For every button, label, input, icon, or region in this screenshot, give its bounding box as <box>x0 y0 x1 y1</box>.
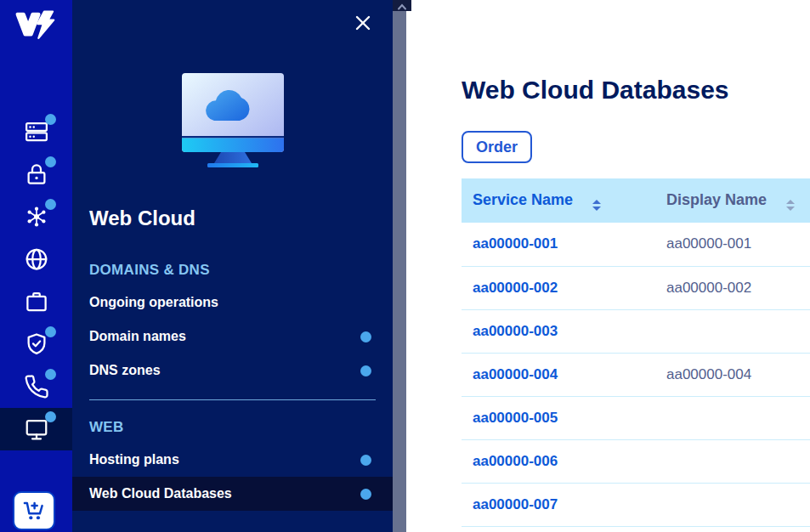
monitor-icon <box>24 416 49 442</box>
table-row: aa00000-003 <box>462 309 810 353</box>
drawer-menu-item[interactable]: Web Cloud Databases <box>72 477 393 511</box>
rail-item-business[interactable] <box>0 280 72 323</box>
notification-dot <box>45 411 56 422</box>
ovhcloud-logo-icon[interactable] <box>11 7 60 44</box>
display-name-cell <box>655 439 810 483</box>
column-header-display-name[interactable]: Display Name <box>655 178 810 223</box>
scroll-up-button[interactable] <box>393 0 411 11</box>
table-row: aa00000-001 aa00000-001 <box>462 223 810 266</box>
rail-item-security[interactable] <box>0 153 72 195</box>
sort-arrows-icon[interactable] <box>592 200 601 211</box>
table-row: aa00000-005 <box>462 396 810 439</box>
service-name-link[interactable]: aa00000-002 <box>473 280 558 296</box>
menu-item-label: Web Cloud Databases <box>89 486 232 501</box>
notification-dot <box>360 365 371 376</box>
section-label-web: WEB <box>72 412 393 443</box>
menu-item-label: Domain names <box>89 329 186 344</box>
section-domains-dns-items: Ongoing operations Domain names DNS zone… <box>72 286 393 388</box>
display-name-cell: aa00000-004 <box>655 353 810 396</box>
menu-item-label: DNS zones <box>89 363 161 378</box>
service-name-link[interactable]: aa00000-005 <box>473 410 558 426</box>
menu-item-label: Ongoing operations <box>89 295 218 310</box>
services-table: Service Name Display Name aa00000-001 aa… <box>462 178 810 527</box>
display-name-cell: aa00000-001 <box>655 223 810 266</box>
notification-dot <box>360 331 371 342</box>
briefcase-icon <box>24 289 49 314</box>
sort-arrows-icon[interactable] <box>786 200 795 211</box>
notification-dot <box>45 156 56 167</box>
sidebar-rail <box>0 0 72 532</box>
notification-dot <box>45 326 56 337</box>
page-title: Web Cloud Databases <box>462 75 810 105</box>
globe-icon <box>24 246 49 272</box>
table-body: aa00000-001 aa00000-001 aa00000-002 aa00… <box>462 223 810 526</box>
rail-item-network[interactable] <box>0 195 72 238</box>
drawer-menu-item[interactable]: Ongoing operations <box>72 286 393 320</box>
rail-item-web-cloud[interactable] <box>0 408 72 450</box>
table-row: aa00000-006 <box>462 439 810 483</box>
billing-services-icon <box>24 119 49 144</box>
service-name-link[interactable]: aa00000-007 <box>473 496 558 512</box>
phone-icon <box>24 374 49 399</box>
rail-item-telecom[interactable] <box>0 365 72 408</box>
service-name-link[interactable]: aa00000-004 <box>473 366 558 382</box>
cart-button[interactable] <box>13 491 55 530</box>
web-cloud-monitor-illustration <box>168 73 297 168</box>
display-name-cell <box>655 483 810 526</box>
close-button[interactable] <box>352 13 374 35</box>
rail-icon-list <box>0 110 72 450</box>
table-row: aa00000-007 <box>462 483 810 526</box>
table-row: aa00000-004 aa00000-004 <box>462 353 810 396</box>
cart-plus-icon <box>20 497 48 525</box>
display-name-cell: aa00000-002 <box>655 266 810 309</box>
drawer-scrollbar <box>393 0 411 532</box>
display-name-cell <box>655 309 810 353</box>
order-button[interactable]: Order <box>462 131 532 163</box>
section-web-items: Hosting plans Web Cloud Databases <box>72 443 393 511</box>
main-content: Web Cloud Databases Order Service Name D… <box>411 0 810 532</box>
rail-item-protection[interactable] <box>0 323 72 365</box>
service-name-link[interactable]: aa00000-006 <box>473 453 558 469</box>
drawer-menu: DOMAINS & DNS Ongoing operations Domain … <box>72 255 393 511</box>
drawer-menu-item[interactable]: Hosting plans <box>72 443 393 477</box>
scrollbar-thumb[interactable] <box>393 11 406 532</box>
notification-dot <box>45 114 56 125</box>
close-icon <box>354 22 372 35</box>
drawer-menu-item[interactable]: Domain names <box>72 320 393 354</box>
column-header-service-name[interactable]: Service Name <box>462 178 655 223</box>
display-name-cell <box>655 396 810 439</box>
web-cloud-drawer: Web Cloud DOMAINS & DNS Ongoing operatio… <box>72 0 393 532</box>
notification-dot <box>360 455 371 466</box>
drawer-menu-item[interactable]: DNS zones <box>72 354 393 388</box>
table-row: aa00000-002 aa00000-002 <box>462 266 810 309</box>
rail-item-domains[interactable] <box>0 238 72 280</box>
shield-check-icon <box>24 331 49 357</box>
menu-item-label: Hosting plans <box>89 452 179 467</box>
table-header-row: Service Name Display Name <box>462 178 810 223</box>
service-name-link[interactable]: aa00000-001 <box>473 235 558 252</box>
service-name-link[interactable]: aa00000-003 <box>473 323 558 339</box>
notification-dot <box>360 489 371 500</box>
network-hub-icon <box>24 204 49 229</box>
notification-dot <box>45 369 56 380</box>
lock-icon <box>24 161 49 187</box>
notification-dot <box>45 199 56 210</box>
drawer-title: Web Cloud <box>89 207 195 230</box>
menu-divider <box>89 399 376 400</box>
rail-item-billing[interactable] <box>0 110 72 153</box>
section-label-domains-dns: DOMAINS & DNS <box>72 255 393 286</box>
